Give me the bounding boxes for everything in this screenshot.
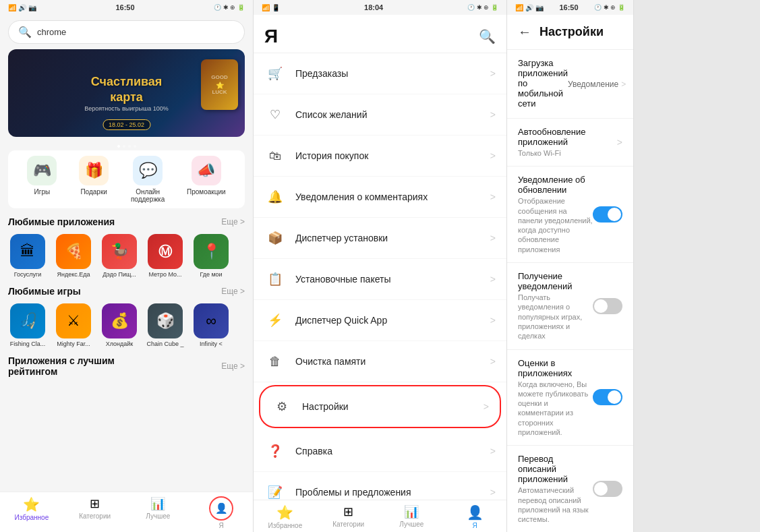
menu-packages-arrow: >: [490, 274, 496, 285]
top-rated-more[interactable]: Еще >: [221, 361, 245, 371]
nav-best-1[interactable]: 📊 Лучшее: [127, 496, 190, 529]
setting-ratings-sub: Когда включено, Вы можете публиковать оц…: [518, 380, 593, 438]
menu-history-text: История покупок: [295, 150, 490, 161]
menu-notifications[interactable]: 🔔 Уведомления о комментариях >: [254, 177, 506, 218]
setting-receive-notif[interactable]: Получение уведомлений Получать уведомлен…: [507, 263, 633, 349]
back-button[interactable]: ←: [518, 24, 531, 40]
time-2: 18:04: [364, 3, 383, 11]
menu-preorders-icon: 🛒: [264, 63, 286, 84]
fav-games-header: Любимые игры Еще >: [0, 283, 253, 299]
app-infinity[interactable]: ∞ Infinity <: [192, 303, 231, 347]
nav-best-icon-2: 📊: [404, 504, 419, 519]
menu-clean-arrow: >: [490, 356, 496, 367]
app-mighty[interactable]: ⚔ Mighty Far...: [54, 303, 93, 347]
app-yandex-name: Яндекс.Еда: [54, 271, 93, 278]
cat-promo-label: Промоакции: [187, 188, 226, 196]
nav-categories-2[interactable]: ⊞ Категории: [317, 504, 380, 529]
nav-favorites-2[interactable]: ⭐ Избранное: [254, 504, 317, 529]
banner-subtitle: Вероятность выигрыша 100%: [84, 105, 169, 112]
app-metro[interactable]: Ⓜ Метро Мо...: [146, 234, 185, 278]
settings-page-header: ← Настройки: [507, 15, 633, 50]
app-metro-name: Метро Мо...: [146, 271, 185, 278]
app-infinity-name: Infinity <: [192, 341, 231, 347]
menu-install-manager[interactable]: 📦 Диспетчер установки >: [254, 218, 506, 259]
menu-quickapp[interactable]: ⚡ Диспетчер Quick App >: [254, 300, 506, 341]
time-1: 16:50: [115, 3, 134, 11]
nav-ya-1[interactable]: 👤 Я: [189, 496, 253, 529]
nav-best-label-2: Лучшее: [399, 521, 423, 528]
cat-gifts[interactable]: 🎁 Подарки: [79, 156, 109, 203]
menu-quickapp-arrow: >: [490, 315, 496, 326]
app-where[interactable]: 📍 Где мои: [192, 234, 231, 278]
setting-autoupdate-sub: Только Wi-Fi: [518, 148, 617, 158]
search-bar[interactable]: 🔍: [8, 20, 245, 44]
setting-mobile-download-value: Уведомление: [568, 80, 618, 89]
nav-favorites-1[interactable]: ⭐ Избранное: [0, 496, 63, 529]
setting-translation-title: Перевод описаний приложений: [518, 454, 593, 484]
menu-help-icon: ❓: [264, 440, 286, 462]
nav-categories-icon-1: ⊞: [90, 496, 100, 511]
app-fishing[interactable]: 🎣 Fishing Cla...: [8, 303, 47, 347]
search-input[interactable]: [37, 27, 235, 37]
setting-autoupdate[interactable]: Автообновление приложений Только Wi-Fi >: [507, 119, 633, 167]
app-klondike[interactable]: 💰 Хлондайк: [100, 303, 139, 347]
time-3: 16:50: [559, 3, 578, 11]
fav-games-more[interactable]: Еще >: [221, 287, 245, 296]
menu-help-text: Справка: [295, 446, 490, 456]
toggle-ratings[interactable]: [593, 389, 622, 405]
setting-translation[interactable]: Перевод описаний приложений Автоматическ…: [507, 446, 633, 532]
cat-games-label: Игры: [34, 188, 51, 196]
app-gosuslugi[interactable]: 🏛 Госуслуги: [8, 234, 47, 278]
menu-packages-text: Установочные пакеты: [295, 274, 490, 285]
setting-receive-notif-left: Получение уведомлений Получать уведомлен…: [518, 271, 593, 341]
app-fishing-name: Fishing Cla...: [8, 341, 47, 347]
profile-header: Я 🔍: [254, 15, 506, 53]
nav-categories-1[interactable]: ⊞ Категории: [63, 496, 127, 529]
app-chain[interactable]: 🎲 Chain Cube _: [146, 303, 185, 347]
menu-settings-text: Настройки: [302, 401, 484, 412]
setting-mobile-download[interactable]: Загрузка приложений по мобильной сети Ув…: [507, 50, 633, 119]
menu-preorders[interactable]: 🛒 Предзаказы >: [254, 53, 506, 94]
right-spacer: [634, 0, 760, 532]
nav-ya-icon-2: 👤: [467, 504, 484, 521]
menu-issues[interactable]: 📝 Проблемы и предложения >: [254, 472, 506, 500]
toggle-translation[interactable]: [593, 481, 622, 497]
menu-history[interactable]: 🛍 История покупок >: [254, 136, 506, 177]
menu-packages-icon: 📋: [264, 268, 286, 290]
banner-date: 18.02 - 25.02: [103, 119, 150, 130]
fav-apps-more[interactable]: Еще >: [221, 217, 245, 227]
menu-settings[interactable]: ⚙ Настройки >: [260, 386, 500, 427]
setting-translation-right[interactable]: [593, 481, 622, 497]
panel-appgallery: 📶 🔊 📷 16:50 🕐 ✱ ⊕ 🔋 🔍 Счастливаякарта Ве…: [0, 0, 254, 532]
profile-title: Я: [264, 26, 278, 47]
fav-apps-header: Любимые приложения Еще >: [0, 214, 253, 230]
menu-help[interactable]: ❓ Справка >: [254, 431, 506, 472]
app-yandex-food[interactable]: 🍕 Яндекс.Еда: [54, 234, 93, 278]
nav-ya-2[interactable]: 👤 Я: [443, 504, 506, 529]
setting-ratings-right[interactable]: [593, 389, 622, 405]
setting-update-notif[interactable]: Уведомление об обновлении Отображение со…: [507, 167, 633, 263]
cat-games[interactable]: 🎮 Игры: [27, 156, 57, 203]
menu-packages[interactable]: 📋 Установочные пакеты >: [254, 259, 506, 300]
app-food2[interactable]: 🦆 Дэдо Пищ...: [100, 234, 139, 278]
menu-clean[interactable]: 🗑 Очистка памяти >: [254, 341, 506, 382]
status-right-2: 🕐 ✱ ⊕ 🔋: [467, 4, 498, 11]
nav-best-2[interactable]: 📊 Лучшее: [380, 504, 444, 529]
setting-update-notif-right[interactable]: [593, 206, 622, 223]
profile-search-icon[interactable]: 🔍: [479, 28, 496, 45]
toggle-update-notif[interactable]: [593, 206, 622, 223]
menu-wishlist-arrow: >: [490, 109, 496, 120]
app-yandex-icon: 🍕: [56, 234, 91, 269]
setting-receive-notif-right[interactable]: [593, 298, 622, 314]
cat-support[interactable]: 💬 Онлайнподдержка: [131, 156, 165, 203]
menu-list: 🛒 Предзаказы > ♡ Список желаний > 🛍 Исто…: [254, 53, 506, 500]
menu-wishlist[interactable]: ♡ Список желаний >: [254, 94, 506, 136]
menu-issues-arrow: >: [490, 487, 496, 498]
app-food2-icon: 🦆: [102, 234, 137, 269]
cat-promo[interactable]: 📣 Промоакции: [187, 156, 226, 203]
setting-receive-notif-sub: Получать уведомления о популярных играх,…: [518, 293, 593, 341]
toggle-receive-notif[interactable]: [593, 298, 622, 314]
app-klondike-name: Хлондайк: [100, 341, 139, 347]
app-metro-icon: Ⓜ: [148, 234, 183, 269]
setting-ratings[interactable]: Оценки в приложениях Когда включено, Вы …: [507, 350, 633, 446]
